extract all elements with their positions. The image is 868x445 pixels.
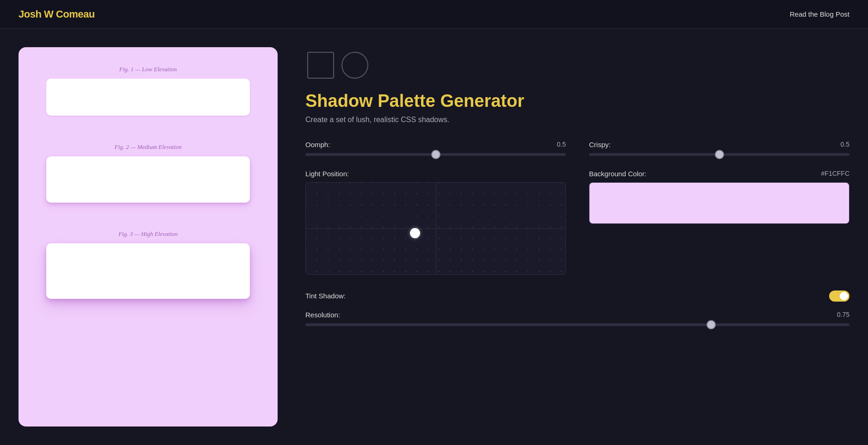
fig1-section: Fig. 1 — Low Elevation [46,66,250,116]
fig2-label: Fig. 2 — Medium Elevation [46,143,250,151]
fig3-section: Fig. 3 — High Elevation [46,230,250,299]
bg-color-control: Background Color: #F1CFFC [589,170,849,275]
fig3-label: Fig. 3 — High Elevation [46,230,250,238]
controls-panel: Shadow Palette Generator Create a set of… [305,47,849,326]
blog-post-link[interactable]: Read the Blog Post [790,10,849,18]
fig2-section: Fig. 2 — Medium Elevation [46,143,250,203]
oomph-label-row: Oomph: 0.5 [305,141,566,148]
generator-subtitle: Create a set of lush, realistic CSS shad… [305,116,849,124]
crispy-label-row: Crispy: 0.5 [589,141,849,148]
site-logo[interactable]: Josh W Comeau [19,8,95,20]
title-generator-word: Generator [440,91,524,111]
low-elevation-card [46,79,250,116]
tint-shadow-toggle[interactable] [829,290,849,302]
shape-icons [307,52,849,79]
resolution-value: 0.75 [837,311,849,318]
oomph-control: Oomph: 0.5 [305,141,566,156]
bottom-controls: Tint Shadow: Resolution: 0.75 [305,289,849,326]
crispy-label: Crispy: [589,141,611,148]
resolution-slider[interactable] [305,323,849,326]
resolution-label-row: Resolution: 0.75 [305,311,849,319]
crispy-control: Crispy: 0.5 [589,141,849,156]
light-position-control: Light Position: [305,170,566,275]
bg-color-value: #F1CFFC [821,170,849,177]
oomph-value: 0.5 [557,141,566,148]
tint-shadow-row: Tint Shadow: [305,290,849,302]
navbar: Josh W Comeau Read the Blog Post [0,0,868,29]
oomph-slider[interactable] [305,153,566,156]
tint-shadow-label: Tint Shadow: [305,292,346,300]
title-shadow-word: Shadow Palette [305,91,440,111]
light-position-indicator[interactable] [410,228,420,238]
light-position-label: Light Position: [305,170,349,178]
toggle-knob [840,292,848,300]
circle-shape-icon[interactable] [341,52,368,79]
light-position-label-row: Light Position: [305,170,566,178]
controls-grid: Oomph: 0.5 Crispy: 0.5 Light Position: [305,141,849,275]
logo-text: Josh W Comeau [19,8,95,20]
resolution-control: Resolution: 0.75 [305,311,849,326]
high-elevation-card [46,243,250,299]
generator-title: Shadow Palette Generator [305,92,849,111]
main-content: Fig. 1 — Low Elevation Fig. 2 — Medium E… [0,29,868,445]
resolution-label: Resolution: [305,311,340,319]
tint-shadow-control: Tint Shadow: [305,289,849,302]
crispy-value: 0.5 [841,141,849,148]
oomph-label: Oomph: [305,141,330,148]
bg-color-swatch[interactable] [589,182,849,224]
medium-elevation-card [46,156,250,203]
square-shape-icon[interactable] [307,52,334,79]
bg-color-label-row: Background Color: #F1CFFC [589,170,849,178]
light-position-grid[interactable] [305,182,566,275]
fig1-label: Fig. 1 — Low Elevation [46,66,250,73]
grid-lines [306,183,565,274]
preview-panel: Fig. 1 — Low Elevation Fig. 2 — Medium E… [19,47,278,426]
bg-color-label: Background Color: [589,170,646,178]
crispy-slider[interactable] [589,153,849,156]
